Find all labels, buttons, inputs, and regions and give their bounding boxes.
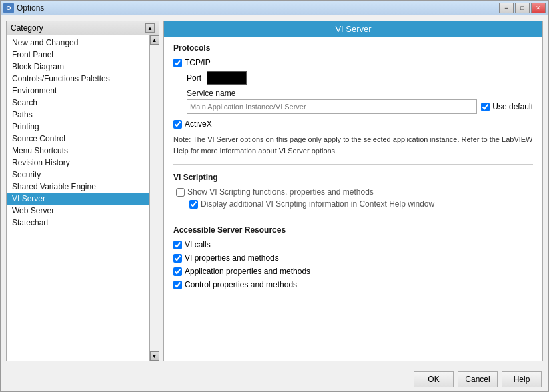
- service-name-label: Service name: [187, 89, 533, 98]
- resource-label-app-properties: Application properties and methods: [185, 267, 310, 276]
- right-header: VI Server: [164, 21, 542, 37]
- resource-item-vi-calls: VI calls: [173, 240, 533, 249]
- divider-2: [173, 217, 533, 217]
- cancel-button[interactable]: Cancel: [458, 371, 498, 387]
- right-panel: VI Server Protocols TCP/IP Port Service …: [163, 21, 543, 361]
- window-icon: O: [3, 3, 14, 13]
- help-button[interactable]: Help: [502, 371, 542, 387]
- activex-label: ActiveX: [185, 119, 212, 129]
- minimize-button[interactable]: −: [499, 3, 514, 13]
- resource-checkbox-app-properties[interactable]: [173, 267, 182, 276]
- show-functions-label: Show VI Scripting functions, properties …: [187, 187, 374, 197]
- sidebar-item-source-control[interactable]: Source Control: [7, 133, 149, 145]
- maximize-button[interactable]: □: [515, 3, 530, 13]
- close-button[interactable]: ✕: [531, 3, 546, 13]
- tcpip-row: TCP/IP: [173, 58, 533, 67]
- sidebar-item-new-and-changed[interactable]: New and Changed: [7, 37, 149, 49]
- window-title: Options: [17, 3, 496, 13]
- display-info-checkbox[interactable]: [189, 200, 198, 209]
- sidebar-item-statechart[interactable]: Statechart: [7, 217, 149, 229]
- resource-label-vi-calls: VI calls: [185, 240, 211, 249]
- ok-button[interactable]: OK: [414, 371, 454, 387]
- divider-1: [173, 164, 533, 165]
- tcpip-label: TCP/IP: [185, 58, 211, 67]
- sidebar-item-printing[interactable]: Printing: [7, 121, 149, 133]
- sidebar-item-menu-shortcuts[interactable]: Menu Shortcuts: [7, 145, 149, 157]
- sidebar-item-paths[interactable]: Paths: [7, 109, 149, 121]
- use-default-row: Use default: [481, 102, 533, 111]
- resource-label-control-properties: Control properties and methods: [185, 280, 297, 289]
- show-functions-checkbox[interactable]: [176, 188, 185, 197]
- sidebar-item-search[interactable]: Search: [7, 97, 149, 109]
- sidebar-item-shared-variable-engine[interactable]: Shared Variable Engine: [7, 181, 149, 193]
- resource-checkbox-control-properties[interactable]: [173, 281, 182, 289]
- resource-item-control-properties: Control properties and methods: [173, 280, 533, 289]
- scroll-up-btn[interactable]: ▲: [150, 35, 159, 45]
- sidebar-item-environment[interactable]: Environment: [7, 85, 149, 97]
- resource-checkbox-vi-calls[interactable]: [173, 241, 182, 249]
- left-panel: Category ▲ New and ChangedFront PanelBlo…: [6, 21, 159, 361]
- show-functions-row: Show VI Scripting functions, properties …: [176, 187, 533, 197]
- resource-checkbox-vi-properties[interactable]: [173, 254, 182, 263]
- scroll-down-btn[interactable]: ▼: [150, 351, 159, 361]
- service-input-row: Use default: [187, 99, 533, 114]
- display-info-label: Display additional VI Scripting informat…: [201, 199, 434, 209]
- display-info-row: Display additional VI Scripting informat…: [189, 199, 533, 209]
- category-scroll-up[interactable]: ▲: [145, 23, 155, 33]
- vi-scripting-title: VI Scripting: [173, 173, 533, 182]
- resource-item-vi-properties: VI properties and methods: [173, 253, 533, 263]
- service-name-input[interactable]: [187, 99, 477, 114]
- sidebar-item-vi-server[interactable]: VI Server: [7, 193, 149, 205]
- title-bar: O Options − □ ✕: [1, 1, 548, 15]
- protocols-section: Protocols TCP/IP Port Service name: [173, 43, 533, 156]
- use-default-label: Use default: [492, 102, 533, 111]
- content-area: Category ▲ New and ChangedFront PanelBlo…: [1, 15, 548, 367]
- sidebar-item-controls-functions-palettes[interactable]: Controls/Functions Palettes: [7, 73, 149, 85]
- sidebar-item-revision-history[interactable]: Revision History: [7, 157, 149, 169]
- activex-row: ActiveX: [173, 119, 533, 129]
- window-controls: − □ ✕: [499, 3, 546, 13]
- resource-item-app-properties: Application properties and methods: [173, 267, 533, 276]
- note-text: Note: The VI Server options on this page…: [173, 134, 533, 156]
- nav-list: New and ChangedFront PanelBlock DiagramC…: [7, 35, 149, 361]
- resource-label-vi-properties: VI properties and methods: [185, 253, 279, 263]
- right-content: Protocols TCP/IP Port Service name: [164, 37, 542, 361]
- category-label: Category: [11, 23, 43, 33]
- activex-checkbox[interactable]: [173, 120, 182, 129]
- sidebar-item-web-server[interactable]: Web Server: [7, 205, 149, 217]
- options-window: O Options − □ ✕ Category ▲ New and Chang…: [0, 0, 549, 392]
- port-row: Port: [187, 71, 533, 85]
- bottom-bar: OK Cancel Help: [1, 367, 548, 391]
- use-default-checkbox[interactable]: [481, 103, 490, 111]
- vi-scripting-section: VI Scripting Show VI Scripting functions…: [173, 173, 533, 209]
- sidebar-item-block-diagram[interactable]: Block Diagram: [7, 61, 149, 73]
- sidebar-item-front-panel[interactable]: Front Panel: [7, 49, 149, 61]
- nav-scrollbar[interactable]: ▲ ▼: [149, 35, 159, 361]
- accessible-resources-title: Accessible Server Resources: [173, 225, 533, 235]
- port-input-box[interactable]: [207, 71, 247, 85]
- accessible-resources-section: Accessible Server Resources VI callsVI p…: [173, 225, 533, 289]
- sidebar-item-security[interactable]: Security: [7, 169, 149, 181]
- tcpip-checkbox[interactable]: [173, 59, 182, 67]
- port-label: Port: [187, 73, 201, 83]
- resource-items-container: VI callsVI properties and methodsApplica…: [173, 240, 533, 289]
- category-header: Category ▲: [7, 21, 159, 35]
- protocols-title: Protocols: [173, 43, 533, 53]
